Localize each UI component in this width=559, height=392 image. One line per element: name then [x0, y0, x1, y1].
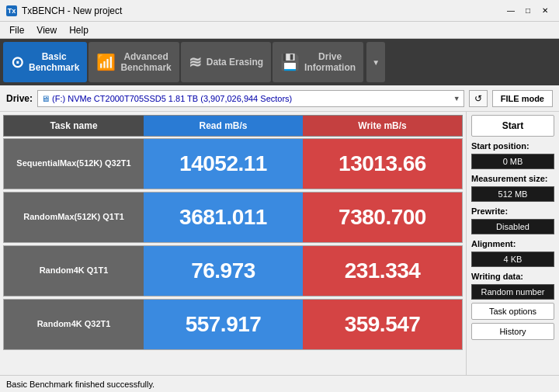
basic-benchmark-label: BasicBenchmark	[29, 51, 79, 74]
row-write-2: 231.334	[303, 246, 462, 296]
header-task-name: Task name	[4, 116, 144, 136]
prewrite-label: Prewrite:	[471, 206, 554, 216]
window-title: TxBENCH - New project	[22, 5, 122, 16]
close-button[interactable]: ✕	[537, 4, 553, 18]
menu-help[interactable]: Help	[63, 23, 95, 37]
measurement-size-value: 512 MB	[471, 186, 554, 202]
prewrite-value: Disabled	[471, 219, 554, 234]
drive-refresh-button[interactable]: ↺	[469, 90, 488, 107]
history-button[interactable]: History	[471, 323, 554, 340]
table-row: Random 4K Q32T1 557.917 359.547	[3, 299, 463, 350]
file-mode-button[interactable]: FILE mode	[492, 90, 553, 107]
row-read-1: 3681.011	[144, 193, 303, 242]
alignment-label: Alignment:	[471, 239, 554, 248]
drive-select-arrow: ▼	[453, 95, 460, 102]
data-erasing-icon: ≋	[189, 53, 202, 71]
drive-select[interactable]: 🖥 (F:) NVMe CT2000T705SSD5 1.81 TB (3,90…	[37, 90, 464, 107]
table-row: Sequential Max(512K) Q32T1 14052.11 1301…	[3, 138, 463, 189]
status-text: Basic Benchmark finished successfully.	[6, 380, 155, 389]
start-position-value: 0 MB	[471, 154, 554, 169]
advanced-benchmark-label: AdvancedBenchmark	[120, 51, 171, 74]
writing-data-label: Writing data:	[471, 272, 554, 281]
row-label-1: Random Max(512K) Q1T1	[4, 193, 144, 242]
row-read-0: 14052.11	[144, 139, 303, 189]
writing-data-value: Random number	[471, 284, 554, 300]
title-bar-left: Tx TxBENCH - New project	[6, 5, 122, 16]
app-icon: Tx	[6, 5, 17, 16]
task-options-button[interactable]: Task options	[471, 303, 554, 320]
row-label-0: Sequential Max(512K) Q32T1	[4, 139, 144, 189]
maximize-button[interactable]: □	[520, 4, 536, 18]
row-write-0: 13013.66	[303, 139, 462, 189]
toolbar-data-erasing[interactable]: ≋ Data Erasing	[181, 42, 271, 82]
toolbar-dropdown-button[interactable]: ▼	[366, 42, 385, 82]
toolbar-drive-information[interactable]: 💾 DriveInformation	[273, 42, 363, 82]
right-panel: Start Start position: 0 MB Measurement s…	[466, 112, 559, 375]
header-write: Write mB/s	[303, 116, 462, 136]
row-write-3: 359.547	[303, 300, 462, 349]
menu-bar: File View Help	[0, 22, 559, 39]
header-read: Read mB/s	[144, 116, 303, 136]
toolbar: ⊙ BasicBenchmark 📶 AdvancedBenchmark ≋ D…	[0, 39, 559, 85]
title-bar-controls: — □ ✕	[503, 4, 553, 18]
drive-information-label: DriveInformation	[304, 51, 356, 74]
benchmark-table: Task name Read mB/s Write mB/s Sequentia…	[0, 112, 466, 375]
menu-file[interactable]: File	[3, 23, 30, 37]
table-row: Random 4K Q1T1 76.973 231.334	[3, 245, 463, 297]
toolbar-advanced-benchmark[interactable]: 📶 AdvancedBenchmark	[89, 42, 179, 82]
row-write-1: 7380.700	[303, 193, 462, 242]
advanced-benchmark-icon: 📶	[96, 53, 116, 71]
row-label-3: Random 4K Q32T1	[4, 300, 144, 349]
alignment-value: 4 KB	[471, 252, 554, 267]
menu-view[interactable]: View	[30, 23, 63, 37]
table-header: Task name Read mB/s Write mB/s	[3, 115, 463, 137]
drive-label: Drive:	[6, 93, 33, 104]
status-bar: Basic Benchmark finished successfully.	[0, 375, 559, 392]
minimize-button[interactable]: —	[503, 4, 519, 18]
toolbar-basic-benchmark[interactable]: ⊙ BasicBenchmark	[3, 42, 87, 82]
start-button[interactable]: Start	[471, 115, 554, 137]
row-read-3: 557.917	[144, 300, 303, 349]
basic-benchmark-icon: ⊙	[11, 53, 24, 71]
data-erasing-label: Data Erasing	[207, 57, 263, 68]
row-read-2: 76.973	[144, 246, 303, 296]
drive-information-icon: 💾	[280, 53, 300, 71]
drive-row: Drive: 🖥 (F:) NVMe CT2000T705SSD5 1.81 T…	[0, 85, 559, 112]
measurement-size-label: Measurement size:	[471, 174, 554, 183]
drive-select-text: 🖥 (F:) NVMe CT2000T705SSD5 1.81 TB (3,90…	[41, 94, 292, 103]
row-label-2: Random 4K Q1T1	[4, 246, 144, 296]
title-bar: Tx TxBENCH - New project — □ ✕	[0, 0, 559, 22]
main-content: Task name Read mB/s Write mB/s Sequentia…	[0, 112, 559, 375]
table-row: Random Max(512K) Q1T1 3681.011 7380.700	[3, 192, 463, 243]
start-position-label: Start position:	[471, 141, 554, 151]
